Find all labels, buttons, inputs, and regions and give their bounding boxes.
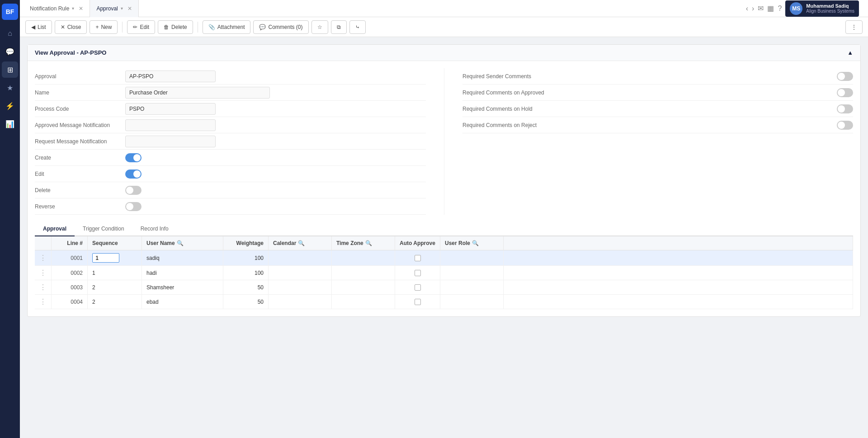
tab-record-info[interactable]: Record Info xyxy=(132,222,177,236)
name-label: Name xyxy=(35,89,125,96)
more-button[interactable]: ⋮ xyxy=(845,20,863,34)
close-button[interactable]: ✕ Close xyxy=(55,20,87,34)
app-logo[interactable]: BF xyxy=(2,4,18,20)
tab-approval[interactable]: Approval ▾ ✕ xyxy=(90,0,138,17)
tab-notification-rule-close[interactable]: ✕ xyxy=(79,5,83,12)
copy-icon: ⧉ xyxy=(337,24,341,30)
approval-card: View Approval - AP-PSPO ▲ Approval xyxy=(27,44,861,317)
nav-prev-icon[interactable]: ‹ xyxy=(746,5,748,13)
th-username: User Name 🔍 xyxy=(142,236,223,250)
reverse-toggle[interactable] xyxy=(125,202,142,211)
field-required-sender: Required Sender Comments xyxy=(462,68,853,85)
edit-button[interactable]: ✏ Edit xyxy=(127,20,155,34)
table-row[interactable]: ⋮ 0003 2 Shamsheer 50 xyxy=(35,280,853,295)
required-hold-toggle[interactable] xyxy=(837,104,853,113)
layout-icon[interactable]: ▦ xyxy=(767,4,774,13)
delete-trash-icon: 🗑 xyxy=(164,24,169,30)
approval-input[interactable] xyxy=(125,71,216,82)
drag-handle-icon[interactable]: ⋮ xyxy=(39,283,47,291)
th-weightage: Weightage xyxy=(223,236,269,250)
weightage-cell: 100 xyxy=(223,250,269,266)
chart-icon[interactable]: 📊 xyxy=(2,116,18,132)
process-code-input[interactable] xyxy=(125,103,216,115)
sequence-input[interactable] xyxy=(92,253,119,263)
sequence-cell[interactable]: 1 xyxy=(88,266,142,280)
extra-cell xyxy=(504,266,853,280)
auto-approve-checkbox[interactable] xyxy=(415,284,421,291)
required-approved-toggle[interactable] xyxy=(837,88,853,97)
sequence-cell[interactable]: 2 xyxy=(88,280,142,295)
delete-toggle[interactable] xyxy=(125,186,142,195)
approved-msg-label: Approved Message Notification xyxy=(35,122,125,128)
username-search-icon[interactable]: 🔍 xyxy=(177,240,184,246)
chat-icon[interactable]: 💬 xyxy=(2,43,18,60)
sequence-cell[interactable] xyxy=(88,250,142,266)
copy-button[interactable]: ⧉ xyxy=(331,20,347,34)
tab-trigger-condition[interactable]: Trigger Condition xyxy=(75,222,132,236)
approval-table-wrap: Line # Sequence User Name 🔍 xyxy=(35,236,853,309)
star-button[interactable]: ☆ xyxy=(311,20,328,34)
collapse-icon[interactable]: ▲ xyxy=(847,49,853,56)
tab-approval-arrow[interactable]: ▾ xyxy=(121,6,123,11)
list-button[interactable]: ◀ List xyxy=(25,20,52,34)
user-badge[interactable]: MS Muhammad Sadiq Align Business Systems xyxy=(785,0,859,17)
mail-icon[interactable]: ✉ xyxy=(758,4,764,13)
home-icon[interactable]: ⌂ xyxy=(2,25,18,42)
nav-next-icon[interactable]: › xyxy=(752,5,754,13)
separator-1 xyxy=(122,22,123,33)
drag-handle-icon[interactable]: ⋮ xyxy=(39,298,47,306)
auto-approve-cell xyxy=(395,266,440,280)
line-cell: 0003 xyxy=(52,280,88,295)
tab-notification-rule-arrow[interactable]: ▾ xyxy=(72,6,74,11)
approval-value xyxy=(125,71,426,82)
drag-handle-icon[interactable]: ⋮ xyxy=(39,254,47,262)
drag-cell: ⋮ xyxy=(35,266,52,280)
field-name: Name xyxy=(35,85,426,101)
approval-label: Approval xyxy=(35,73,125,80)
share-icon: ⤷ xyxy=(355,24,360,30)
extra-cell xyxy=(504,280,853,295)
edit-toggle-wrap xyxy=(125,170,426,179)
help-icon[interactable]: ? xyxy=(778,5,782,13)
edit-pencil-icon: ✏ xyxy=(133,24,137,30)
table-row[interactable]: ⋮ 0002 1 hadi 100 xyxy=(35,266,853,280)
userrole-search-icon[interactable]: 🔍 xyxy=(472,240,479,246)
attachment-button[interactable]: 📎 Attachment xyxy=(203,20,251,34)
required-sender-toggle[interactable] xyxy=(837,72,853,81)
more-dots-icon: ⋮ xyxy=(851,24,857,30)
comments-icon: 💬 xyxy=(259,24,266,30)
name-input[interactable] xyxy=(125,87,270,99)
star-icon[interactable]: ★ xyxy=(2,80,18,96)
delete-button[interactable]: 🗑 Delete xyxy=(158,20,193,34)
tab-approval-sub[interactable]: Approval xyxy=(35,222,75,236)
auto-approve-checkbox[interactable] xyxy=(415,255,421,261)
tab-notification-rule[interactable]: Notification Rule ▾ ✕ xyxy=(24,0,90,17)
approved-msg-input[interactable] xyxy=(125,119,216,131)
activity-icon[interactable]: ⚡ xyxy=(2,98,18,114)
calendar-search-icon[interactable]: 🔍 xyxy=(298,240,305,246)
table-row[interactable]: ⋮ 0004 2 ebad 50 xyxy=(35,295,853,309)
request-msg-input[interactable] xyxy=(125,136,216,147)
drag-handle-icon[interactable]: ⋮ xyxy=(39,269,47,277)
create-toggle[interactable] xyxy=(125,153,142,162)
auto-approve-checkbox[interactable] xyxy=(415,270,421,276)
edit-label: Edit xyxy=(140,24,149,30)
table-row[interactable]: ⋮ 0001 sadiq 100 xyxy=(35,250,853,266)
calendar-cell xyxy=(269,295,332,309)
required-reject-toggle[interactable] xyxy=(837,121,853,130)
new-button[interactable]: + New xyxy=(90,20,118,34)
tab-approval-close[interactable]: ✕ xyxy=(127,5,132,12)
field-approved-msg: Approved Message Notification xyxy=(35,117,426,133)
extra-cell xyxy=(504,250,853,266)
form-left: Approval Name Process Code xyxy=(35,68,444,215)
auto-approve-checkbox[interactable] xyxy=(415,299,421,305)
share-button[interactable]: ⤷ xyxy=(349,20,366,34)
name-value xyxy=(125,87,426,99)
comments-button[interactable]: 💬 Comments (0) xyxy=(253,20,308,34)
sequence-cell[interactable]: 2 xyxy=(88,295,142,309)
grid-icon[interactable]: ⊞ xyxy=(2,61,18,78)
edit-toggle[interactable] xyxy=(125,170,142,179)
timezone-search-icon[interactable]: 🔍 xyxy=(365,240,372,246)
auto-approve-cell xyxy=(395,295,440,309)
new-label: New xyxy=(101,24,112,30)
